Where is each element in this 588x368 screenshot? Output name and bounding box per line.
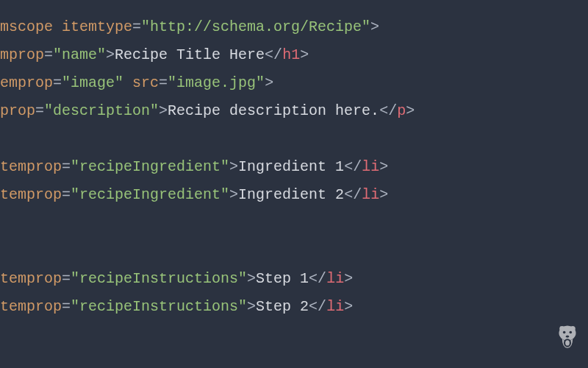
- code-token: >: [344, 270, 353, 287]
- code-token: emprop: [0, 74, 53, 91]
- code-token: >: [300, 46, 309, 63]
- code-token: "recipeIngredient": [71, 158, 229, 175]
- code-token: =: [35, 102, 44, 119]
- code-token: li: [362, 158, 379, 175]
- code-line: [0, 237, 588, 265]
- code-token: src: [132, 74, 159, 91]
- code-token: >: [229, 158, 238, 175]
- code-token: Ingredient 2: [238, 186, 344, 203]
- code-token: >: [406, 102, 415, 119]
- code-token: =: [62, 298, 71, 315]
- code-token: li: [326, 270, 344, 287]
- code-token: itemtype: [62, 18, 132, 35]
- code-token: =: [62, 186, 71, 203]
- code-token: "description": [44, 102, 159, 119]
- code-token: >: [265, 74, 273, 91]
- code-token: temprop: [0, 270, 62, 287]
- code-token: temprop: [0, 158, 62, 175]
- code-token: >: [159, 102, 168, 119]
- svg-point-2: [570, 326, 576, 331]
- code-token: =: [53, 74, 62, 91]
- code-token: "recipeInstructions": [71, 298, 247, 315]
- svg-point-7: [565, 340, 570, 345]
- code-token: "image.jpg": [168, 74, 265, 91]
- code-token: >: [370, 18, 379, 35]
- svg-point-1: [559, 326, 564, 331]
- code-token: >: [379, 158, 388, 175]
- code-token: </: [344, 158, 362, 175]
- code-line: [0, 209, 588, 237]
- code-token: "name": [53, 46, 106, 63]
- code-token: =: [159, 74, 168, 91]
- code-token: </: [379, 102, 397, 119]
- code-token: </: [265, 46, 282, 63]
- code-token: p: [397, 102, 406, 119]
- code-token: Recipe Title Here: [115, 46, 265, 63]
- watermark-icon: [554, 324, 581, 361]
- code-token: >: [229, 186, 238, 203]
- code-token: Step 1: [256, 270, 309, 287]
- code-token: =: [44, 46, 53, 63]
- code-line: temprop="recipeInstructions">Step 2</li>: [0, 293, 588, 321]
- svg-point-4: [570, 331, 573, 334]
- code-token: mscope: [0, 18, 62, 35]
- code-token: li: [362, 186, 379, 203]
- code-token: Recipe description here.: [168, 102, 379, 119]
- code-token: li: [326, 298, 344, 315]
- svg-point-3: [563, 331, 566, 334]
- code-line: [0, 125, 588, 153]
- code-token: [123, 74, 132, 91]
- code-token: >: [247, 298, 256, 315]
- code-token: mprop: [0, 46, 44, 63]
- code-token: h1: [282, 46, 300, 63]
- code-token: >: [106, 46, 115, 63]
- code-token: >: [247, 270, 256, 287]
- code-token: </: [309, 298, 326, 315]
- code-token: >: [379, 186, 388, 203]
- code-line: prop="description">Recipe description he…: [0, 97, 588, 125]
- code-line: mprop="name">Recipe Title Here</h1>: [0, 41, 588, 69]
- code-line: temprop="recipeIngredient">Ingredient 2<…: [0, 181, 588, 209]
- code-line: emprop="image" src="image.jpg">: [0, 69, 588, 97]
- code-token: =: [132, 18, 141, 35]
- code-token: "recipeIngredient": [71, 186, 229, 203]
- code-token: "recipeInstructions": [71, 270, 247, 287]
- code-token: </: [309, 270, 326, 287]
- code-token: temprop: [0, 298, 62, 315]
- code-token: "http://schema.org/Recipe": [141, 18, 370, 35]
- code-token: =: [62, 270, 71, 287]
- code-token: >: [344, 298, 353, 315]
- code-token: =: [62, 158, 71, 175]
- code-token: prop: [0, 102, 35, 119]
- code-line: mscope itemtype="http://schema.org/Recip…: [0, 13, 588, 41]
- code-token: </: [344, 186, 362, 203]
- svg-point-5: [566, 336, 569, 338]
- code-line: temprop="recipeIngredient">Ingredient 1<…: [0, 153, 588, 181]
- code-block: mscope itemtype="http://schema.org/Recip…: [0, 0, 588, 321]
- code-token: Ingredient 1: [238, 158, 344, 175]
- code-token: temprop: [0, 186, 62, 203]
- code-token: "image": [62, 74, 123, 91]
- code-line: temprop="recipeInstructions">Step 1</li>: [0, 265, 588, 293]
- code-token: Step 2: [256, 298, 309, 315]
